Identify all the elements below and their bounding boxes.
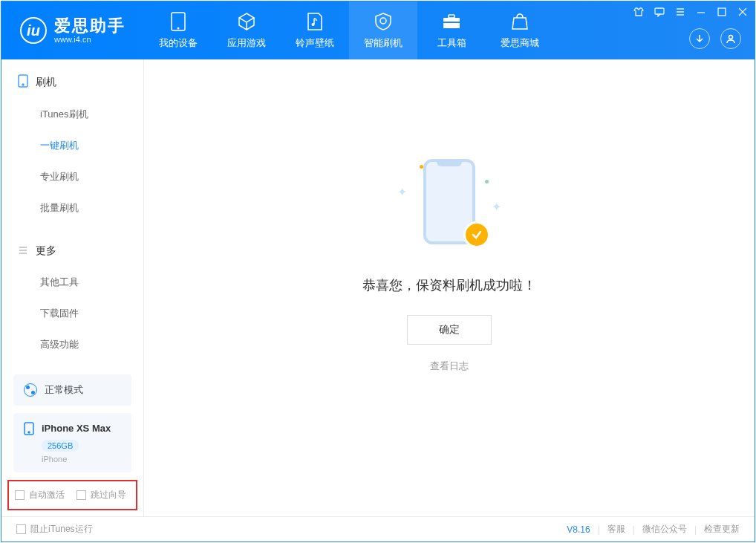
nav-tabs: 我的设备 应用游戏 铃声壁纸 智能刷机 工具箱 爱思商城 — [144, 1, 554, 59]
ok-button[interactable]: 确定 — [407, 315, 492, 345]
svg-rect-6 — [443, 22, 460, 23]
mode-icon — [24, 383, 37, 397]
auto-activate-checkbox[interactable]: 自动激活 — [15, 489, 65, 501]
sidebar-item-oneclick-flash[interactable]: 一键刷机 — [1, 130, 143, 161]
sidebar-item-download-firmware[interactable]: 下载固件 — [1, 298, 143, 329]
sidebar-item-pro-flash[interactable]: 专业刷机 — [1, 161, 143, 192]
device-capacity: 256GB — [42, 440, 79, 452]
nav-tab-toolbox[interactable]: 工具箱 — [417, 1, 486, 59]
checkbox-icon — [15, 490, 25, 500]
user-button[interactable] — [720, 28, 741, 49]
svg-rect-8 — [718, 8, 726, 16]
svg-point-1 — [177, 27, 180, 30]
svg-point-3 — [380, 18, 386, 24]
success-message: 恭喜您，保资料刷机成功啦！ — [362, 276, 536, 294]
svg-point-13 — [28, 432, 30, 433]
device-icon — [18, 74, 28, 90]
statusbar: 阻止iTunes运行 V8.16 | 客服 | 微信公众号 | 检查更新 — [1, 516, 755, 542]
checkbox-icon — [76, 490, 86, 500]
svg-point-11 — [22, 84, 24, 85]
logo: iu 爱思助手 www.i4.cn — [1, 17, 144, 44]
success-badge-icon — [463, 221, 490, 248]
sidebar-item-advanced[interactable]: 高级功能 — [1, 329, 143, 360]
skip-guide-checkbox[interactable]: 跳过向导 — [76, 489, 126, 501]
sidebar-item-other-tools[interactable]: 其他工具 — [1, 267, 143, 298]
feedback-icon[interactable] — [654, 6, 665, 18]
update-link[interactable]: 检查更新 — [704, 523, 740, 536]
svg-point-2 — [312, 23, 315, 26]
menu-icon[interactable] — [674, 6, 686, 18]
app-url: www.i4.cn — [54, 35, 126, 44]
iphone-icon — [24, 422, 36, 434]
sidebar-section-flash: 刷机 — [1, 65, 143, 99]
titlebar: iu 爱思助手 www.i4.cn 我的设备 应用游戏 铃声壁纸 智能刷机 — [1, 1, 755, 59]
nav-tab-flash[interactable]: 智能刷机 — [349, 1, 417, 59]
sidebar-section-more: 更多 — [1, 235, 143, 267]
view-log-link[interactable]: 查看日志 — [430, 360, 469, 373]
device-type: iPhone — [42, 455, 121, 464]
block-itunes-checkbox[interactable]: 阻止iTunes运行 — [16, 523, 93, 536]
toolbox-icon — [441, 11, 462, 32]
svg-point-9 — [729, 36, 733, 39]
app-title: 爱思助手 — [54, 17, 126, 35]
wechat-link[interactable]: 微信公众号 — [642, 523, 687, 536]
app-logo-icon: iu — [20, 17, 47, 44]
device-mode[interactable]: 正常模式 — [13, 374, 131, 406]
device-info[interactable]: iPhone XS Max 256GB iPhone — [13, 413, 131, 472]
main-content: ✦ ✦ 恭喜您，保资料刷机成功啦！ 确定 查看日志 — [144, 59, 755, 516]
music-file-icon — [304, 11, 325, 32]
support-link[interactable]: 客服 — [607, 523, 625, 536]
minimize-icon[interactable] — [695, 6, 707, 18]
sidebar-item-itunes-flash[interactable]: iTunes刷机 — [1, 99, 143, 130]
nav-tab-apps[interactable]: 应用游戏 — [212, 1, 281, 59]
list-icon — [18, 245, 28, 258]
nav-tab-ringtone[interactable]: 铃声壁纸 — [281, 1, 349, 59]
skin-icon[interactable] — [633, 6, 645, 18]
sidebar-item-batch-flash[interactable]: 批量刷机 — [1, 192, 143, 224]
svg-rect-5 — [449, 15, 454, 18]
shield-icon — [373, 11, 394, 32]
cube-icon — [236, 11, 257, 32]
download-button[interactable] — [689, 28, 710, 49]
success-illustration: ✦ ✦ — [394, 159, 505, 256]
nav-tab-device[interactable]: 我的设备 — [144, 1, 212, 59]
nav-tab-store[interactable]: 爱思商城 — [486, 1, 554, 59]
close-icon[interactable] — [737, 6, 749, 18]
sidebar: 刷机 iTunes刷机 一键刷机 专业刷机 批量刷机 更多 其他工具 下载固件 … — [1, 59, 144, 516]
svg-rect-7 — [655, 8, 664, 14]
window-controls — [633, 6, 749, 18]
checkbox-icon — [16, 524, 26, 534]
maximize-icon[interactable] — [716, 6, 728, 18]
checkbox-row: 自动激活 跳过向导 — [7, 480, 137, 510]
bag-icon — [509, 11, 530, 32]
phone-icon — [168, 11, 189, 32]
version-label: V8.16 — [567, 524, 590, 535]
